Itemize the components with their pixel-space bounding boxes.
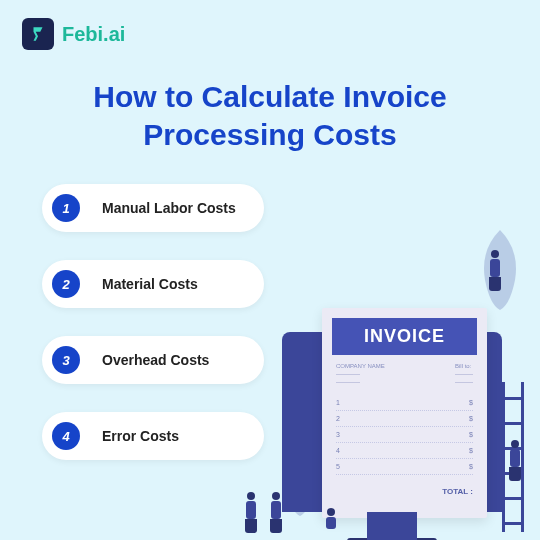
invoice-row: 4$	[336, 443, 473, 459]
item-label: Material Costs	[102, 276, 198, 292]
item-number: 1	[52, 194, 80, 222]
page-title: How to Calculate Invoice Processing Cost…	[0, 78, 540, 153]
logo-icon	[22, 18, 54, 50]
person-sitting-laptop	[322, 508, 340, 536]
item-number: 2	[52, 270, 80, 298]
person-standing	[242, 492, 260, 532]
brand-name: Febi.ai	[62, 23, 125, 46]
invoice-meta: COMPANY NAME ―――――――― Bill to: ――――――	[322, 355, 487, 389]
person-sitting	[486, 250, 504, 290]
invoice-document: INVOICE COMPANY NAME ―――――――― Bill to: ―…	[322, 308, 487, 518]
invoice-row: 5$	[336, 459, 473, 475]
list-item: 4 Error Costs	[42, 412, 264, 460]
monitor: INVOICE COMPANY NAME ―――――――― Bill to: ―…	[282, 332, 502, 512]
list-item: 1 Manual Labor Costs	[42, 184, 264, 232]
invoice-row: 3$	[336, 427, 473, 443]
item-number: 4	[52, 422, 80, 450]
bill-to-label: Bill to:	[455, 363, 473, 369]
list-item: 3 Overhead Costs	[42, 336, 264, 384]
list-item: 2 Material Costs	[42, 260, 264, 308]
company-label: COMPANY NAME	[336, 363, 385, 369]
item-label: Overhead Costs	[102, 352, 209, 368]
brand-logo: Febi.ai	[22, 18, 125, 50]
person-standing	[267, 492, 285, 532]
invoice-total: TOTAL :	[322, 481, 487, 496]
invoice-row: 2$	[336, 411, 473, 427]
invoice-header: INVOICE	[332, 318, 477, 355]
illustration: INVOICE COMPANY NAME ―――――――― Bill to: ―…	[262, 260, 522, 540]
invoice-row: 1$	[336, 395, 473, 411]
cost-list: 1 Manual Labor Costs 2 Material Costs 3 …	[42, 184, 264, 460]
item-number: 3	[52, 346, 80, 374]
invoice-rows: 1$ 2$ 3$ 4$ 5$	[322, 389, 487, 481]
person-telescope	[506, 440, 524, 480]
item-label: Manual Labor Costs	[102, 200, 236, 216]
item-label: Error Costs	[102, 428, 179, 444]
